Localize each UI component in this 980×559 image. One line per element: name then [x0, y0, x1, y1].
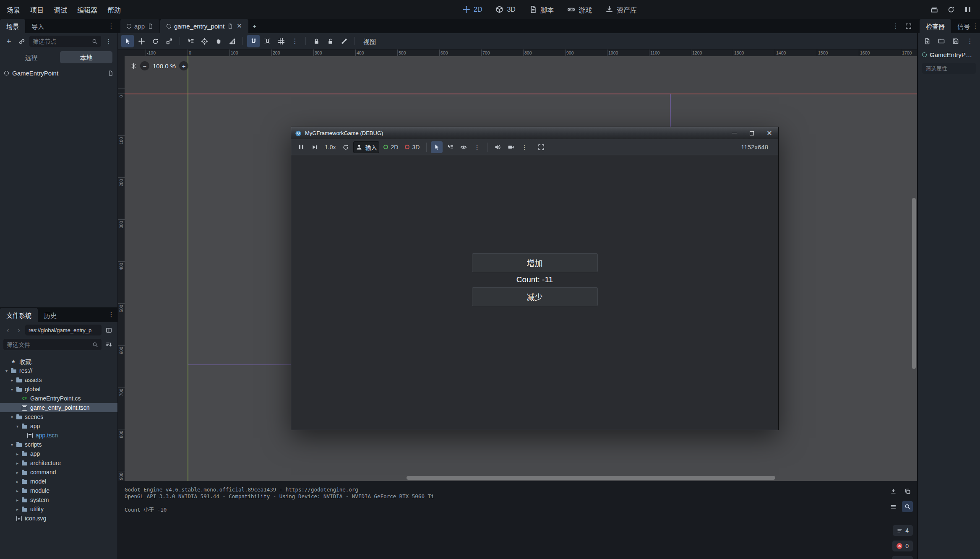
fullscreen-button[interactable]: [535, 141, 547, 153]
filter-files-input[interactable]: [7, 341, 91, 348]
smart-snap-button[interactable]: [247, 35, 260, 47]
minimize-button[interactable]: [725, 127, 743, 139]
camera-options-button[interactable]: ⋮: [519, 141, 530, 153]
file-tree-row[interactable]: architecture: [0, 458, 117, 468]
scene-tabs-list-button[interactable]: ⋮: [890, 21, 901, 31]
select-tool-button[interactable]: [121, 35, 134, 47]
canvas-vertical-scrollbar[interactable]: [912, 198, 916, 369]
search-output-button[interactable]: [902, 501, 913, 512]
local-button[interactable]: 本地: [60, 51, 112, 63]
scene-dock-menu-button[interactable]: ⋮: [106, 21, 117, 31]
copy-output-button[interactable]: [902, 486, 913, 497]
camera-3d-button[interactable]: 3D: [402, 141, 422, 153]
tab-scene-dock[interactable]: 场景: [0, 19, 25, 33]
filter-properties-field[interactable]: [922, 63, 976, 74]
increase-button[interactable]: 增加: [472, 253, 598, 272]
next-frame-button[interactable]: [309, 141, 321, 153]
file-tree-row[interactable]: app: [0, 449, 117, 458]
workspace-assetlib[interactable]: 资产库: [605, 5, 637, 15]
expand-arrow-icon[interactable]: [14, 498, 21, 502]
expand-arrow-icon[interactable]: [14, 452, 21, 456]
expand-arrow-icon[interactable]: [14, 489, 21, 493]
current-path-input[interactable]: [29, 327, 98, 333]
rotate-tool-button[interactable]: [149, 35, 162, 47]
file-tree-row[interactable]: assets: [0, 375, 117, 385]
ruler-tool-button[interactable]: [226, 35, 238, 47]
toggle-split-mode-button[interactable]: [103, 325, 114, 335]
game-window-titlebar[interactable]: MyGFrameworkGame (DEBUG) ✕: [291, 127, 778, 139]
pause-button[interactable]: [962, 4, 973, 15]
file-tree-row[interactable]: scripts: [0, 440, 117, 449]
file-tree-row[interactable]: 收藏:: [0, 357, 117, 366]
file-tree-row[interactable]: game_entry_point.tscn: [0, 403, 117, 412]
zoom-level-label[interactable]: 100.0 %: [153, 62, 176, 70]
expand-arrow-icon[interactable]: [14, 479, 21, 484]
zoom-in-button[interactable]: +: [179, 61, 188, 70]
nav-back-button[interactable]: ‹: [3, 325, 13, 335]
canvas-horizontal-scrollbar[interactable]: [407, 476, 775, 480]
menu-help[interactable]: 帮助: [102, 0, 126, 19]
new-resource-button[interactable]: [922, 36, 932, 46]
file-tree-row[interactable]: model: [0, 477, 117, 486]
expand-arrow-icon[interactable]: [9, 387, 15, 392]
tab-filesystem[interactable]: 文件系统: [0, 308, 38, 322]
menu-debug[interactable]: 调试: [49, 0, 72, 19]
filter-files-field[interactable]: [3, 339, 102, 350]
maximize-button[interactable]: [743, 127, 761, 139]
scale-tool-button[interactable]: [163, 35, 175, 47]
save-resource-button[interactable]: [951, 36, 961, 46]
file-tree-row[interactable]: GameEntryPoint.cs: [0, 394, 117, 403]
attached-script-icon[interactable]: [108, 70, 113, 76]
scene-tree-menu-button[interactable]: ⋮: [103, 36, 114, 47]
list-select-button[interactable]: [444, 141, 456, 153]
zoom-out-button[interactable]: −: [140, 61, 149, 70]
expand-arrow-icon[interactable]: [9, 378, 15, 382]
new-scene-tab-button[interactable]: +: [249, 21, 260, 31]
skeleton-options-button[interactable]: [338, 35, 350, 47]
close-button[interactable]: ✕: [761, 127, 778, 139]
file-tree-row[interactable]: icon.svg: [0, 514, 117, 523]
speed-button[interactable]: 1.0x: [322, 141, 338, 153]
select-mode-button[interactable]: [431, 141, 443, 153]
inspector-dock-menu-button[interactable]: ⋮: [970, 21, 980, 31]
save-log-button[interactable]: [888, 486, 899, 497]
workspace-game[interactable]: 游戏: [567, 5, 592, 15]
add-node-button[interactable]: +: [3, 36, 14, 47]
mute-audio-button[interactable]: [492, 141, 503, 153]
menu-scene[interactable]: 场景: [2, 0, 25, 19]
file-tree-row[interactable]: app: [0, 421, 117, 431]
file-tree-row[interactable]: module: [0, 486, 117, 495]
expand-arrow-icon[interactable]: [14, 470, 21, 475]
scene-tab-game-entry-point[interactable]: game_entry_point ✕: [160, 19, 248, 33]
list-select-button[interactable]: [184, 35, 197, 47]
filesystem-dock-menu-button[interactable]: ⋮: [106, 309, 117, 320]
menu-project[interactable]: 项目: [25, 0, 49, 19]
file-tree-row[interactable]: global: [0, 385, 117, 394]
current-path-field[interactable]: [25, 325, 102, 335]
file-tree-row[interactable]: res://: [0, 366, 117, 375]
scene-tree-root-node[interactable]: GameEntryPoint: [0, 68, 117, 79]
view-menu-button[interactable]: 视图: [359, 37, 380, 46]
input-mode-button[interactable]: 输入: [353, 141, 379, 153]
sort-files-button[interactable]: [103, 339, 114, 350]
file-tree-row[interactable]: utility: [0, 504, 117, 514]
movie-maker-button[interactable]: [929, 4, 940, 15]
camera-2d-button[interactable]: 2D: [381, 141, 401, 153]
grid-snap-button[interactable]: [261, 35, 274, 47]
filter-properties-input[interactable]: [925, 65, 972, 72]
snap-options-button[interactable]: ⋮: [289, 35, 301, 47]
visibility-button[interactable]: [458, 141, 469, 153]
grid-toggle-button[interactable]: [275, 35, 287, 47]
inspector-menu-button[interactable]: ⋮: [965, 36, 975, 46]
line-list-button[interactable]: [888, 501, 899, 512]
close-tab-icon[interactable]: ✕: [237, 22, 242, 30]
menu-editor[interactable]: 编辑器: [72, 0, 102, 19]
instance-scene-button[interactable]: [16, 36, 27, 47]
expand-arrow-icon[interactable]: [14, 424, 21, 429]
file-tree-row[interactable]: scenes: [0, 412, 117, 421]
camera-override-button[interactable]: [505, 141, 517, 153]
restart-button[interactable]: [946, 4, 957, 15]
file-tree-row[interactable]: app.tscn: [0, 431, 117, 440]
distraction-free-button[interactable]: [903, 21, 914, 31]
suspend-button[interactable]: [295, 141, 307, 153]
